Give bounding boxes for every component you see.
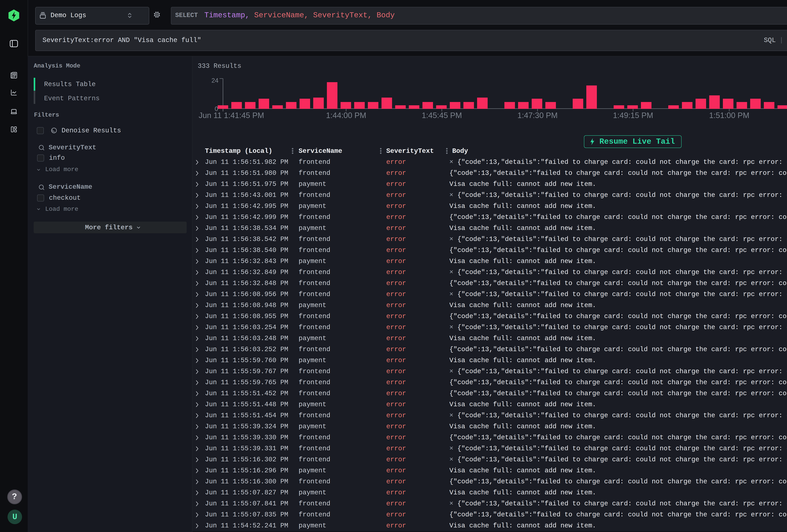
svg-text:1:44:00 PM: 1:44:00 PM: [326, 111, 366, 120]
svg-text:0: 0: [215, 105, 218, 112]
svg-text:1:45:45 PM: 1:45:45 PM: [422, 111, 462, 120]
svg-text:1:49:15 PM: 1:49:15 PM: [613, 111, 653, 120]
svg-text:24: 24: [212, 77, 219, 84]
svg-text:Jun 11 1:41:45 PM: Jun 11 1:41:45 PM: [199, 111, 264, 120]
svg-text:1:47:30 PM: 1:47:30 PM: [517, 111, 558, 120]
svg-text:1:51:00 PM: 1:51:00 PM: [709, 111, 749, 120]
